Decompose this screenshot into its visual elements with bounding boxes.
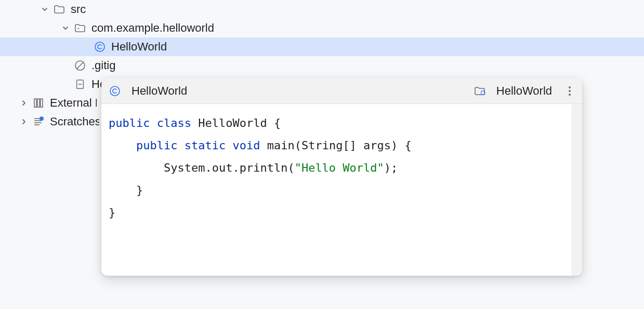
chevron-right-icon[interactable]	[16, 100, 32, 106]
svg-point-18	[569, 94, 571, 96]
kebab-menu-icon[interactable]	[564, 84, 575, 98]
chevron-down-icon[interactable]	[36, 6, 53, 12]
chevron-right-icon[interactable]	[16, 119, 32, 125]
svg-point-16	[569, 86, 571, 88]
tree-row-class-selected[interactable]: HelloWorld	[0, 37, 644, 56]
tree-row-src[interactable]: src	[0, 0, 644, 19]
quick-definition-popup: HelloWorld HelloWorld public class Hello…	[101, 78, 582, 276]
preview-breadcrumb[interactable]: HelloWorld	[496, 84, 552, 98]
preview-header: HelloWorld HelloWorld	[101, 78, 582, 104]
tree-label: com.example.helloworld	[91, 21, 214, 35]
svg-point-0	[78, 28, 79, 29]
preview-title: HelloWorld	[132, 84, 187, 98]
preview-body: public class HelloWorld { public static …	[101, 104, 582, 276]
class-icon	[94, 41, 106, 53]
tree-label: External Libraries	[50, 96, 97, 110]
ignored-file-icon	[74, 59, 86, 72]
tree-row-package[interactable]: com.example.helloworld	[0, 19, 644, 37]
scrollbar[interactable]	[572, 104, 582, 276]
class-icon	[109, 85, 121, 97]
svg-rect-6	[34, 99, 36, 107]
folder-icon	[53, 3, 65, 16]
tree-row-gitignore[interactable]: .gitignore	[0, 56, 644, 75]
library-icon	[32, 97, 45, 109]
scratches-icon	[32, 115, 45, 128]
svg-rect-7	[37, 99, 40, 107]
tree-label: src	[71, 3, 86, 16]
svg-rect-8	[41, 99, 43, 107]
file-icon	[74, 78, 86, 91]
chevron-down-icon[interactable]	[57, 25, 74, 31]
tree-label: .gitignore	[91, 59, 116, 72]
svg-point-1	[95, 42, 104, 52]
tree-label: Scratches and Consoles	[50, 115, 99, 128]
folder-class-icon[interactable]	[474, 85, 486, 97]
code-viewer[interactable]: public class HelloWorld { public static …	[101, 104, 572, 276]
tree-label: HelloWorld	[111, 40, 167, 54]
package-icon	[74, 22, 86, 34]
svg-line-3	[77, 62, 83, 69]
svg-point-14	[110, 86, 120, 96]
svg-point-17	[569, 90, 571, 92]
